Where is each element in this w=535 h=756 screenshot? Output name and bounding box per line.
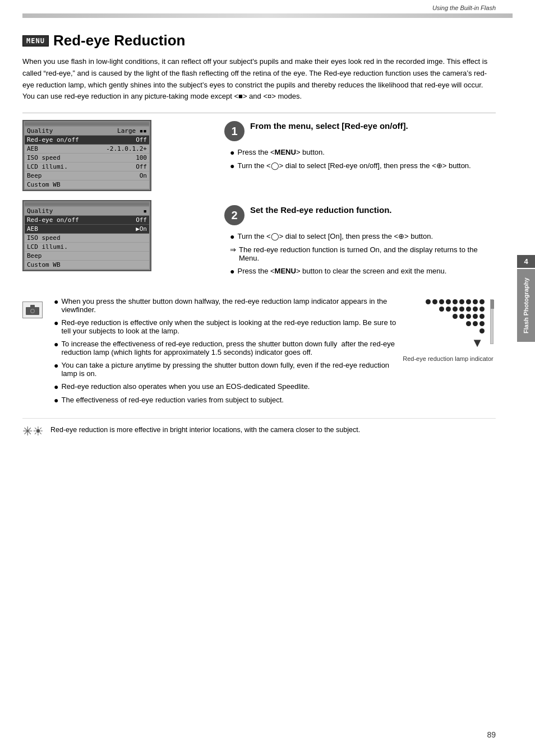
step-instructions: 1 From the menu, select [Red-eye on/off]… bbox=[224, 120, 496, 287]
info-bullet-1: ● Red-eye reduction is effective only wh… bbox=[54, 318, 400, 335]
lamp-dot bbox=[473, 314, 478, 319]
lamp-dot bbox=[453, 299, 458, 304]
lamp-row-3 bbox=[453, 314, 485, 319]
page-number: 89 bbox=[487, 730, 496, 739]
menu2-row4-label: LCD illumi. bbox=[27, 243, 68, 251]
tip-text: Red-eye reduction is more effective in b… bbox=[50, 424, 360, 435]
step-2-circle: 2 bbox=[224, 205, 245, 225]
camera-icon-container bbox=[22, 299, 48, 318]
lamp-dot bbox=[439, 307, 444, 312]
menu1-row5-value: On bbox=[140, 172, 147, 179]
lamp-dot bbox=[459, 299, 464, 304]
lamp-dot bbox=[466, 299, 471, 304]
page-title: Red-eye Reduction bbox=[53, 32, 186, 49]
menu1-row0-value: Large ▪▪ bbox=[117, 127, 147, 134]
tip-bulb-icon: ✳☀ bbox=[22, 424, 44, 439]
top-decorative-line bbox=[22, 13, 513, 18]
bullet-circle-icon: ● bbox=[54, 318, 58, 327]
scroll-thumb bbox=[491, 300, 494, 309]
menu2-row0-value: ▪ bbox=[143, 207, 147, 215]
lamp-row-4 bbox=[466, 321, 485, 326]
lamp-dot bbox=[479, 299, 485, 304]
menu2-row3-label: ISO speed bbox=[27, 234, 61, 242]
bullet-icon: ● bbox=[230, 267, 234, 276]
lamp-dot bbox=[473, 307, 478, 312]
down-arrow-icon: ▼ bbox=[471, 336, 485, 350]
menu1-row4-value: Off bbox=[136, 163, 147, 170]
camera-icon-box bbox=[22, 302, 43, 318]
menu1-row5-label: Beep bbox=[27, 172, 42, 179]
lamp-indicator-section: ▼ Red-eye reduction lamp indicator bbox=[400, 297, 496, 363]
lamp-dot bbox=[453, 307, 458, 312]
menu1-row1-value: Off bbox=[136, 136, 147, 143]
menu1-row3-value: 100 bbox=[136, 154, 147, 161]
lamp-dot bbox=[439, 299, 444, 304]
menu1-row4-label: LCD illumi. bbox=[27, 163, 68, 170]
menu2-row2-value: ▶On bbox=[136, 225, 147, 233]
lamp-dot bbox=[466, 307, 471, 312]
bottom-info-section: ● When you press the shutter button down… bbox=[22, 297, 496, 409]
menu1-row6-label: Custom WB bbox=[27, 181, 61, 188]
info-bullet-0: ● When you press the shutter button down… bbox=[54, 297, 400, 314]
step-2-content: ● Turn the <◯> dial to select [On], then… bbox=[224, 232, 496, 276]
svg-point-3 bbox=[31, 310, 34, 313]
menu-screenshots: Quality Large ▪▪ Red-eye on/off Off AEB … bbox=[22, 120, 213, 287]
tip-section: ✳☀ Red-eye reduction is more effective i… bbox=[22, 418, 496, 444]
lamp-dot bbox=[479, 314, 485, 319]
divider bbox=[22, 113, 496, 113]
lamp-dot bbox=[453, 314, 458, 319]
lamp-indicator-label: Red-eye reduction lamp indicator bbox=[400, 355, 496, 363]
bullet-circle-icon: ● bbox=[54, 361, 58, 370]
step-1-block: 1 From the menu, select [Red-eye on/off]… bbox=[224, 120, 496, 170]
step-2-details: Set the Red-eye reduction function. bbox=[250, 204, 496, 216]
info-bullet-2: ● To increase the effectiveness of red-e… bbox=[54, 340, 400, 356]
lamp-dot bbox=[479, 328, 485, 333]
step-2-block: 2 Set the Red-eye reduction function. ● … bbox=[224, 204, 496, 276]
menu2-row1-label: Red-eye on/off bbox=[27, 216, 79, 224]
lamp-dot bbox=[459, 314, 464, 319]
step-1-details: From the menu, select [Red-eye on/off]. bbox=[250, 120, 496, 132]
bullet-icon: ● bbox=[230, 148, 234, 157]
lamp-dot bbox=[473, 299, 478, 304]
step-2-bullet-0: ● Turn the <◯> dial to select [On], then… bbox=[230, 232, 496, 241]
bullet-circle-icon: ● bbox=[54, 382, 58, 391]
steps-layout: Quality Large ▪▪ Red-eye on/off Off AEB … bbox=[22, 120, 496, 287]
step-2-title: Set the Red-eye reduction function. bbox=[250, 204, 496, 216]
tab-number: 4 bbox=[517, 255, 535, 268]
lamp-dot bbox=[479, 321, 485, 326]
header-right-text: Using the Built-in Flash bbox=[432, 4, 496, 11]
step-1-content: ● Press the <MENU> button. ● Turn the <◯… bbox=[224, 148, 496, 170]
lamp-row-1 bbox=[426, 299, 485, 304]
lamp-dot bbox=[432, 299, 437, 304]
bullet-circle-icon: ● bbox=[54, 396, 58, 405]
menu2-row1-value: Off bbox=[136, 216, 147, 224]
menu2-row5-label: Beep bbox=[27, 252, 42, 259]
lamp-dot bbox=[446, 307, 451, 312]
menu1-row2-value: -2.1.0.1.2+ bbox=[106, 145, 147, 152]
bullet-icon: ● bbox=[230, 161, 234, 170]
camera-icon bbox=[26, 305, 39, 315]
intro-paragraph: When you use flash in low-light conditio… bbox=[22, 56, 496, 103]
page: Using the Built-in Flash 4 Flash Photogr… bbox=[0, 0, 535, 756]
lamp-dot bbox=[446, 299, 451, 304]
menu1-row3-label: ISO speed bbox=[27, 154, 61, 161]
lamp-dot bbox=[426, 299, 431, 304]
lamp-dot bbox=[466, 321, 471, 326]
step-2-bullet-2: ● Press the <MENU> button to clear the s… bbox=[230, 267, 496, 276]
step-2-bullet-1: ⇒ The red-eye reduction function is turn… bbox=[230, 245, 496, 262]
bullet-circle-icon: ● bbox=[54, 340, 58, 349]
step-1-circle: 1 bbox=[224, 121, 245, 141]
step-1-header: 1 From the menu, select [Red-eye on/off]… bbox=[224, 120, 496, 141]
title-section: MENU Red-eye Reduction bbox=[22, 32, 496, 49]
lamp-row-2 bbox=[439, 307, 485, 312]
lamp-indicator-visual: ▼ bbox=[400, 299, 496, 350]
lamp-row-5 bbox=[479, 328, 485, 333]
main-content: MENU Red-eye Reduction When you use flas… bbox=[0, 18, 535, 461]
menu-screen-1: Quality Large ▪▪ Red-eye on/off Off AEB … bbox=[22, 120, 151, 191]
step-1-title: From the menu, select [Red-eye on/off]. bbox=[250, 120, 496, 132]
lamp-dot bbox=[459, 307, 464, 312]
info-bullet-5: ● The effectiveness of red-eye reduction… bbox=[54, 396, 400, 405]
step-1-bullet-0: ● Press the <MENU> button. bbox=[230, 148, 496, 157]
step-1-bullet-1: ● Turn the <◯> dial to select [Red-eye o… bbox=[230, 161, 496, 170]
menu1-row2-label: AEB bbox=[27, 145, 38, 152]
